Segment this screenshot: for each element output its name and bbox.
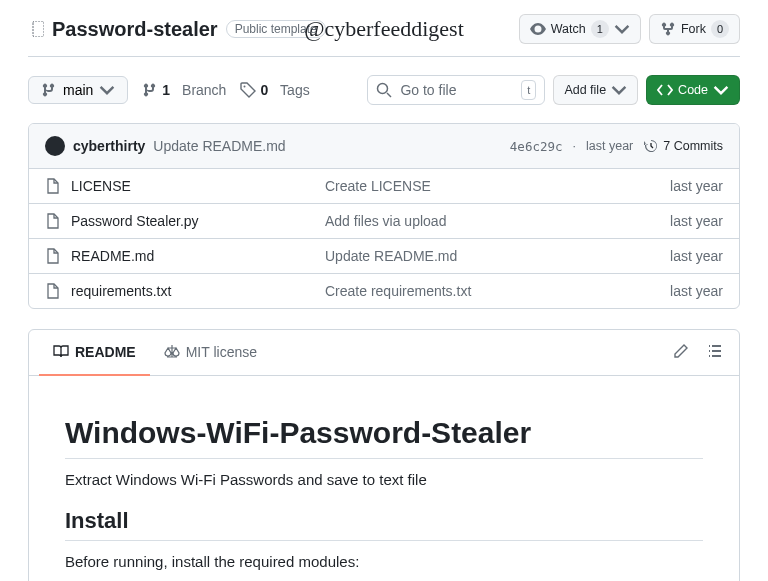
file-age: last year xyxy=(670,248,723,264)
file-age: last year xyxy=(670,283,723,299)
file-link[interactable]: LICENSE xyxy=(45,178,325,194)
tab-readme[interactable]: README xyxy=(39,330,150,376)
tag-icon xyxy=(240,82,256,98)
readme-tabs: README MIT license xyxy=(29,330,739,376)
watch-label: Watch xyxy=(551,19,586,39)
install-heading: Install xyxy=(65,508,703,541)
header-actions: Watch 1 Fork 0 xyxy=(519,14,740,44)
book-icon xyxy=(53,344,69,360)
file-icon xyxy=(45,178,61,194)
svg-point-0 xyxy=(244,86,246,88)
readme-panel: README MIT license Windows-WiFi-Password… xyxy=(28,329,740,581)
readme-title: Windows-WiFi-Password-Stealer xyxy=(65,416,703,459)
branches-link[interactable]: 1 Branch xyxy=(142,82,226,98)
outline-button[interactable] xyxy=(701,337,729,368)
repo-template-icon xyxy=(28,21,44,37)
code-button[interactable]: Code xyxy=(646,75,740,105)
watermark-text: @cyberfeeddigest xyxy=(304,16,464,42)
tab-license[interactable]: MIT license xyxy=(150,330,271,376)
list-icon xyxy=(707,343,723,359)
commit-age: last year xyxy=(586,139,633,153)
code-toolbar: main 1 Branch 0 Tags Go to file t Add fi… xyxy=(28,57,740,123)
history-icon xyxy=(643,138,659,154)
tags-link[interactable]: 0 Tags xyxy=(240,82,309,98)
search-placeholder: Go to file xyxy=(400,82,513,98)
install-text: Before running, install the required mod… xyxy=(65,553,703,570)
chevron-down-icon xyxy=(713,82,729,98)
file-link[interactable]: Password Stealer.py xyxy=(45,213,325,229)
search-icon xyxy=(376,82,392,98)
fork-label: Fork xyxy=(681,19,706,39)
fork-count: 0 xyxy=(711,20,729,38)
file-commit-msg[interactable]: Add files via upload xyxy=(325,213,670,229)
commit-sha[interactable]: 4e6c29c xyxy=(510,139,563,154)
chevron-down-icon xyxy=(611,82,627,98)
file-icon xyxy=(45,248,61,264)
table-row: LICENSE Create LICENSE last year xyxy=(29,169,739,204)
file-age: last year xyxy=(670,213,723,229)
branch-icon xyxy=(41,82,57,98)
file-icon xyxy=(45,213,61,229)
readme-description: Extract Windows Wi-Fi Passwords and save… xyxy=(65,471,703,488)
file-age: last year xyxy=(670,178,723,194)
table-row: Password Stealer.py Add files via upload… xyxy=(29,204,739,239)
file-commit-msg[interactable]: Create requirements.txt xyxy=(325,283,670,299)
search-shortcut: t xyxy=(521,80,536,100)
readme-content: Windows-WiFi-Password-Stealer Extract Wi… xyxy=(29,376,739,581)
edit-button[interactable] xyxy=(667,337,695,368)
svg-point-1 xyxy=(378,84,388,94)
file-commit-msg[interactable]: Update README.md xyxy=(325,248,670,264)
repo-name[interactable]: Password-stealer xyxy=(52,18,218,41)
avatar[interactable] xyxy=(45,136,65,156)
add-file-button[interactable]: Add file xyxy=(553,75,638,105)
law-icon xyxy=(164,344,180,360)
commits-link[interactable]: 7 Commits xyxy=(643,138,723,154)
branch-select[interactable]: main xyxy=(28,76,128,104)
file-listing: cyberthirty Update README.md 4e6c29c · l… xyxy=(28,123,740,309)
repo-title-group: Password-stealer Public template xyxy=(28,18,326,41)
table-row: requirements.txt Create requirements.txt… xyxy=(29,274,739,308)
table-row: README.md Update README.md last year xyxy=(29,239,739,274)
latest-commit-bar: cyberthirty Update README.md 4e6c29c · l… xyxy=(29,124,739,169)
file-icon xyxy=(45,283,61,299)
watch-count: 1 xyxy=(591,20,609,38)
chevron-down-icon xyxy=(99,82,115,98)
branch-icon xyxy=(142,82,158,98)
code-icon xyxy=(657,82,673,98)
go-to-file-input[interactable]: Go to file t xyxy=(367,75,545,105)
branch-name: main xyxy=(63,82,93,98)
commit-message[interactable]: Update README.md xyxy=(153,138,285,154)
chevron-down-icon xyxy=(614,21,630,37)
repo-header: Password-stealer Public template @cyberf… xyxy=(28,0,740,57)
pencil-icon xyxy=(673,343,689,359)
eye-icon xyxy=(530,21,546,37)
commit-author[interactable]: cyberthirty xyxy=(73,138,145,154)
fork-icon xyxy=(660,21,676,37)
fork-button[interactable]: Fork 0 xyxy=(649,14,740,44)
file-link[interactable]: requirements.txt xyxy=(45,283,325,299)
file-commit-msg[interactable]: Create LICENSE xyxy=(325,178,670,194)
file-link[interactable]: README.md xyxy=(45,248,325,264)
watch-button[interactable]: Watch 1 xyxy=(519,14,641,44)
